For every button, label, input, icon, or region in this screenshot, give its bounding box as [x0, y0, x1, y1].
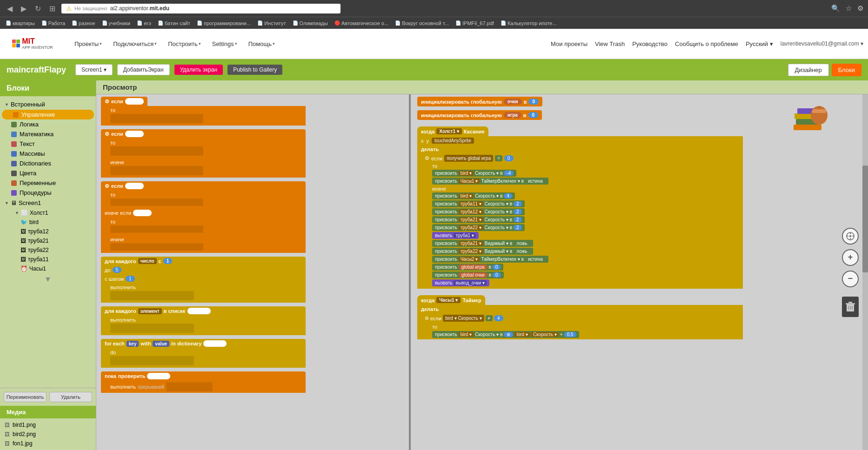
center-target-btn[interactable]	[842, 228, 859, 245]
condition-slot	[125, 98, 144, 105]
color-box-icon	[11, 180, 17, 186]
nav-back-btn[interactable]: ◀	[5, 3, 15, 14]
sidebar-holst1-toggle[interactable]: ▼ ⬜ Холст1	[0, 208, 96, 218]
security-warning-icon: ⚠	[66, 5, 72, 12]
sidebar-item-dictionaries[interactable]: Dictionaries	[0, 159, 96, 168]
if-block-1[interactable]: ⚙ если то	[101, 97, 306, 126]
sidebar-chasy1[interactable]: ⏰ Часы1	[0, 264, 96, 273]
for-each-list-block[interactable]: для каждого элемент в списке выполнить	[101, 306, 306, 335]
illustration	[784, 99, 831, 136]
sidebar-truba22[interactable]: 🖼 труба22	[0, 245, 96, 255]
sidebar-builtin-toggle[interactable]: ▼ Встроенный	[0, 99, 96, 110]
nav-projects[interactable]: Проекты ▾	[70, 39, 107, 49]
color-box-icon	[11, 190, 17, 196]
vertical-scrollbar[interactable]	[862, 94, 868, 450]
while-block[interactable]: пока проверить выполнить прерываний	[101, 371, 306, 393]
sidebar-truba12[interactable]: 🖼 труба12	[0, 227, 96, 236]
delete-btn[interactable]: Удалить	[49, 392, 92, 402]
chevron-down-icon: ▾	[199, 41, 201, 46]
guide-link[interactable]: Руководство	[632, 40, 668, 47]
image-icon: 🖼	[5, 431, 10, 437]
screen-selector-btn[interactable]: Screen1 ▾	[75, 64, 113, 75]
triangle-down-icon: ▼	[15, 211, 19, 215]
nav-connect[interactable]: Подключиться ▾	[108, 39, 161, 49]
timer-handler[interactable]: когда Часы1 ▾ Таймер делать ⚙ если	[417, 295, 743, 339]
sidebar-item-math[interactable]: Математика	[0, 129, 96, 139]
nav-forward-btn[interactable]: ▶	[19, 3, 29, 14]
designer-btn[interactable]: Дизайнер	[788, 64, 829, 76]
for-each-number-block[interactable]: для каждого число с 1 до 5 с шагом 1	[101, 257, 306, 303]
zoom-in-btn[interactable]: +	[842, 249, 859, 266]
bookmark-ege[interactable]: 📄 егэ	[135, 20, 153, 26]
settings-icon[interactable]: ⚙	[857, 4, 863, 13]
publish-gallery-btn[interactable]: Publish to Gallery	[227, 65, 282, 75]
bookmark-kalkulator[interactable]: 📄 Калькулятор ипоте...	[499, 20, 559, 26]
chevron-down-icon: ▾	[235, 41, 237, 46]
blocks-btn[interactable]: Блоки	[832, 64, 861, 76]
sidebar-item-logic[interactable]: Логика	[0, 119, 96, 129]
url-text: ai2.appinventor.mit.edu	[110, 5, 169, 12]
view-trash-link[interactable]: View Trash	[595, 40, 625, 47]
nav-tabs-btn[interactable]: ⊞	[47, 3, 58, 14]
language-btn[interactable]: Русский ▾	[746, 40, 773, 47]
if-block-3[interactable]: ⚙ если то иначе если	[101, 181, 306, 253]
scroll-down-indicator: ▼	[0, 275, 96, 284]
chevron-down-icon: ▾	[104, 66, 107, 73]
bookmark-prog[interactable]: 📄 программировани...	[195, 20, 253, 26]
report-problem-link[interactable]: Сообщить о проблеме	[675, 40, 738, 47]
bookmark-batin[interactable]: 📄 батин сайт	[156, 20, 192, 26]
scrollbar-thumb[interactable]	[862, 165, 868, 272]
bookmark-folder-icon: 📄	[72, 20, 77, 26]
trash-icon	[845, 301, 855, 312]
sidebar-item-procedures[interactable]: Процедуры	[0, 188, 96, 198]
media-bird1: 🖼 bird1.png	[5, 420, 91, 430]
bookmark-raznoe[interactable]: 📄 разное	[70, 20, 97, 26]
bookmark-institut[interactable]: 📄 Институт	[255, 20, 287, 26]
sprite-icon: 🐦	[20, 219, 27, 225]
rename-btn[interactable]: Переименовать	[4, 392, 47, 402]
sidebar-item-colors[interactable]: Цвета	[0, 168, 96, 178]
bookmark-olimpiady[interactable]: 📄 Олимпиады	[291, 20, 330, 26]
sidebar-item-control[interactable]: Управление	[2, 110, 94, 119]
my-projects-link[interactable]: Мои проекты	[551, 40, 588, 47]
nav-refresh-btn[interactable]: ↻	[33, 3, 43, 14]
bookmark-auto[interactable]: 🔴 Автоматическое о...	[333, 20, 390, 26]
sidebar-item-lists[interactable]: Массивы	[0, 149, 96, 159]
bookmark-folder-icon: 📄	[395, 20, 401, 26]
init-score-block[interactable]: инициализировать глобальную очки в 0	[417, 97, 743, 106]
sidebar-bird[interactable]: 🐦 bird	[0, 218, 96, 227]
trash-btn[interactable]	[842, 297, 859, 317]
svg-rect-0	[794, 125, 821, 130]
sidebar-truba11[interactable]: 🖼 труба11	[0, 255, 96, 264]
if-block-2[interactable]: ⚙ если то иначе	[101, 129, 306, 178]
sidebar-item-text[interactable]: Текст	[0, 139, 96, 149]
bookmark-rabota[interactable]: 📄 Работа	[40, 20, 67, 26]
sidebar-truba21[interactable]: 🖼 труба21	[0, 236, 96, 245]
search-icon[interactable]: 🔍	[831, 4, 840, 13]
for-each-dict-block[interactable]: for each key with value in dictionary do	[101, 339, 306, 368]
workspace: Просмотр ⚙ если	[96, 80, 868, 450]
add-screen-btn[interactable]: ДобавитьЭкран	[117, 64, 170, 75]
nav-help[interactable]: Помощь ▾	[244, 39, 280, 49]
bookmark-uchebniki[interactable]: 📄 учебники	[100, 20, 133, 26]
image-icon: 🖼	[5, 422, 10, 428]
bookmark-kvartiry[interactable]: 📄 квартиры	[4, 20, 37, 26]
user-email[interactable]: lavrentievsaveliu01@gmail.com ▾	[781, 40, 863, 47]
sidebar-item-variables[interactable]: Переменные	[0, 178, 96, 188]
bookmark-folder-icon: 📄	[102, 20, 107, 26]
bookmark-ipmfil[interactable]: 📄 IPMFil_67.pdf	[454, 20, 496, 26]
init-game-block[interactable]: инициализировать глобальную игра в 0	[417, 110, 743, 120]
bookmark-vokrug[interactable]: 📄 Вокруг основной т...	[393, 20, 451, 26]
delete-screen-btn[interactable]: Удалить экран	[174, 65, 223, 75]
sidebar-screen1-toggle[interactable]: ▼ 🖥 Screen1	[0, 198, 96, 208]
media-list: 🖼 bird1.png 🖼 bird2.png 🖼 fon1.jpg	[0, 418, 96, 450]
canvas-touch-handler[interactable]: когда Холст1 ▾ Касание x y touchedAnySpr…	[417, 126, 743, 289]
bookmark-red-icon: 🔴	[334, 20, 340, 26]
blocks-canvas[interactable]: ⚙ если то ⚙	[96, 94, 868, 450]
nav-build[interactable]: Построить ▾	[163, 39, 205, 49]
nav-settings[interactable]: Settings ▾	[207, 39, 242, 49]
bookmark-folder-icon: 📄	[158, 20, 163, 26]
bookmark-icon[interactable]: ☆	[846, 4, 852, 13]
zoom-out-btn[interactable]: −	[842, 271, 859, 287]
url-bar[interactable]: ⚠ Не защищено ai2.appinventor.mit.edu	[61, 4, 341, 13]
